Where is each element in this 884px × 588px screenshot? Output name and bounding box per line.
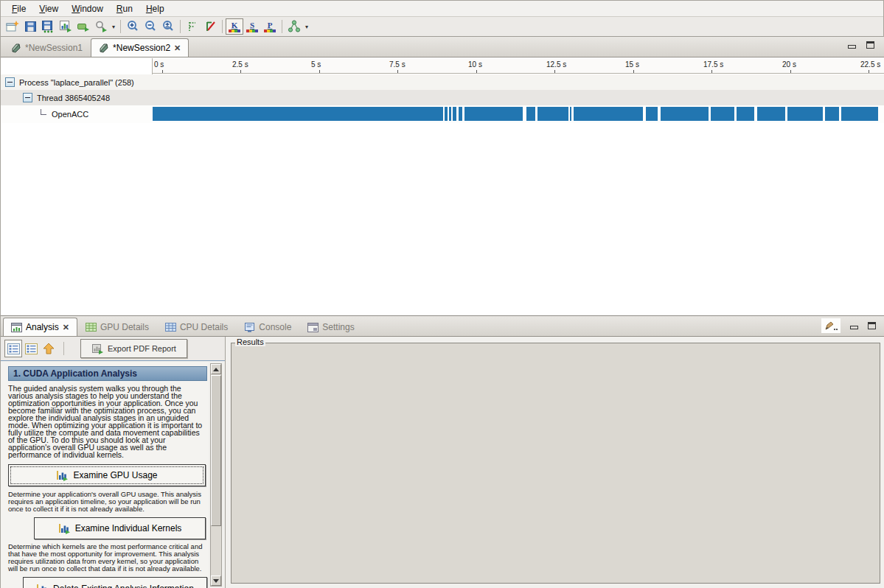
openacc-interval[interactable] (757, 107, 785, 121)
session-tab-label: *NewSession1 (25, 43, 83, 53)
minimize-icon[interactable] (848, 45, 856, 49)
main-toolbar: ▾ K S P ▾ (1, 17, 883, 37)
openacc-interval[interactable] (574, 107, 643, 121)
kernel-colormap-p-icon[interactable]: P (261, 18, 279, 35)
ruler-tick (633, 70, 634, 73)
menu-view[interactable]: View (32, 2, 65, 15)
ruler-tick (476, 70, 477, 73)
analysis-content: 1. CUDA Application Analysis The guided … (1, 362, 209, 588)
openacc-interval[interactable] (661, 107, 709, 121)
unguided-analysis-icon[interactable] (22, 340, 40, 357)
bottom-tabstrip: Analysis ✕ GPU Details CPU Details Conso… (1, 316, 884, 337)
ruler-label: 15 s (625, 60, 639, 69)
toolbar-separator (222, 20, 223, 33)
bottom-tab-label: GPU Details (100, 322, 149, 332)
ruler-label: 22.5 s (860, 60, 880, 69)
maximize-icon[interactable] (868, 322, 876, 329)
menubar: FileViewWindowRunHelp (1, 1, 883, 17)
new-session-icon[interactable] (4, 18, 21, 35)
tab-settings[interactable]: Settings (299, 318, 362, 336)
openacc-interval[interactable] (445, 107, 448, 121)
zoom-in-icon[interactable] (124, 18, 142, 35)
export-pdf-button[interactable]: Export PDF Report (80, 339, 187, 358)
ruler-tick (554, 70, 555, 73)
results-pane: Results (226, 337, 884, 588)
collapse-icon[interactable] (5, 77, 15, 87)
clear-marker-icon[interactable] (201, 18, 219, 35)
scroll-up-icon[interactable] (211, 364, 221, 374)
session-tab-label: *NewSession2 (113, 43, 170, 53)
ruler-label: 10 s (468, 60, 482, 69)
openacc-interval[interactable] (787, 107, 823, 121)
openacc-interval[interactable] (825, 107, 839, 121)
examine-individual-kernels-button[interactable]: Examine Individual Kernels (34, 517, 206, 539)
tab-newsession1[interactable]: *NewSession1 (3, 38, 91, 57)
openacc-interval[interactable] (841, 107, 878, 121)
analysis-intro-text: The guided analysis system walks you thr… (8, 385, 207, 458)
analysis-toolbar: Export PDF Report (1, 337, 225, 361)
openacc-interval[interactable] (453, 107, 456, 121)
toolbar-separator (180, 20, 181, 33)
analysis-pane: Export PDF Report 1. CUDA Application An… (1, 337, 226, 588)
tab-cpu-details[interactable]: CPU Details (157, 318, 236, 336)
menu-run[interactable]: Run (110, 2, 139, 15)
openacc-label: OpenACC (52, 110, 88, 119)
scrollbar-thumb[interactable] (211, 375, 221, 526)
promote-results-icon[interactable] (40, 340, 58, 357)
openacc-interval[interactable] (449, 107, 451, 121)
collapse-icon[interactable] (23, 93, 32, 102)
menu-file[interactable]: File (5, 2, 32, 15)
view-menu-button[interactable] (821, 318, 841, 333)
openacc-interval[interactable] (153, 107, 443, 121)
collect-metrics-dropdown-icon[interactable]: ▾ (110, 24, 117, 30)
go-to-marker-icon[interactable] (184, 18, 201, 35)
close-icon[interactable]: ✕ (174, 43, 181, 53)
menu-window[interactable]: Window (65, 2, 110, 15)
kernel-colormap-k-icon[interactable]: K (226, 18, 243, 35)
toolbar-separator (282, 20, 282, 33)
toolbar-separator (120, 20, 121, 33)
generate-timeline-icon[interactable] (57, 18, 74, 35)
openacc-interval[interactable] (646, 107, 658, 121)
openacc-interval[interactable] (737, 107, 754, 121)
menu-help[interactable]: Help (139, 2, 171, 15)
openacc-interval[interactable] (711, 107, 734, 121)
delete-analysis-button[interactable]: Delete Existing Analysis Information (23, 577, 207, 588)
tab-console[interactable]: Console (236, 318, 299, 336)
row-openacc[interactable]: OpenACC (1, 105, 884, 123)
examine-gpu-usage-button[interactable]: Examine GPU Usage (8, 464, 206, 486)
analysis-scrollbar[interactable] (210, 363, 222, 587)
timeline-ruler[interactable]: 0 s2.5 s5 s7.5 s10 s12.5 s15 s17.5 s20 s… (152, 58, 884, 74)
analysis-tab-icon (11, 323, 22, 332)
tab-analysis[interactable]: Analysis ✕ (3, 318, 77, 336)
export-pdf-label: Export PDF Report (108, 344, 176, 353)
row-thread[interactable]: Thread 3865405248 (1, 90, 884, 105)
tab-newsession2[interactable]: *NewSession2 ✕ (91, 38, 189, 57)
kernel-colormap-s-icon[interactable]: S (243, 18, 261, 35)
ruler-tick (240, 70, 241, 73)
topology-dropdown-icon[interactable]: ▾ (303, 24, 310, 30)
toolbar-separator (63, 342, 64, 355)
topology-icon[interactable] (285, 18, 303, 35)
openacc-interval[interactable] (537, 107, 568, 121)
openacc-interval[interactable] (526, 107, 535, 121)
openacc-interval[interactable] (459, 107, 462, 121)
scroll-down-icon[interactable] (211, 575, 221, 586)
openacc-track[interactable] (152, 105, 884, 123)
run-application-icon[interactable] (74, 18, 92, 35)
row-process[interactable]: Process "laplace_parallel" (258) (1, 74, 884, 90)
save-all-icon[interactable] (39, 18, 57, 35)
bottom-tab-label: CPU Details (180, 322, 228, 332)
maximize-icon[interactable] (866, 41, 874, 49)
openacc-interval[interactable] (570, 107, 571, 121)
delete-analysis-label: Delete Existing Analysis Information (53, 584, 194, 588)
tab-gpu-details[interactable]: GPU Details (77, 318, 157, 336)
zoom-out-icon[interactable] (142, 18, 159, 35)
collect-metrics-icon[interactable] (92, 18, 110, 35)
zoom-fit-icon[interactable] (159, 18, 177, 35)
guided-analysis-icon[interactable] (4, 340, 22, 357)
close-icon[interactable]: ✕ (63, 323, 69, 332)
minimize-icon[interactable] (850, 326, 858, 329)
openacc-interval[interactable] (464, 107, 523, 121)
save-icon[interactable] (21, 18, 39, 35)
